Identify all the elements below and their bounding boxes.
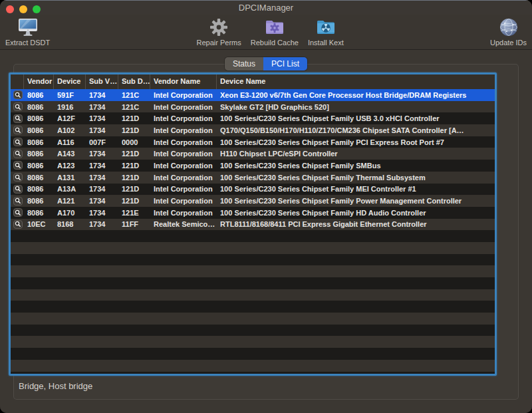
toolbar-item-extract-dsdt[interactable]: Extract DSDT [5, 15, 50, 49]
cell-sub-vendor: 1734 [86, 174, 118, 182]
cell-vendor: 8086 [24, 103, 54, 111]
cell-device-name: 100 Series/C230 Series Chipset Family ME… [217, 185, 495, 193]
cell-sub-vendor: 1734 [86, 220, 118, 228]
cell-sub-vendor: 1734 [86, 114, 118, 122]
cell-sub-device: 11FF [118, 220, 150, 228]
column-header[interactable]: Device Name [217, 74, 495, 89]
cell-vendor-name: Intel Corporation [150, 126, 217, 134]
cell-vendor: 8086 [24, 174, 54, 182]
title-bar: DPCIManager [0, 0, 532, 15]
pci-device-icon [11, 114, 24, 123]
selection-description: Bridge, Host bridge [19, 381, 92, 391]
cell-vendor: 8086 [24, 209, 54, 217]
column-header[interactable]: Vendor [24, 74, 54, 89]
cell-sub-device: 121D [118, 162, 150, 170]
tab-status[interactable]: Status [225, 57, 263, 70]
cell-sub-device: 121C [118, 103, 150, 111]
cell-device: A116 [54, 138, 86, 146]
cell-device: A143 [54, 150, 86, 158]
cell-vendor: 8086 [24, 114, 54, 122]
table-row[interactable]: 8086A12F1734121DIntel Corporation100 Ser… [11, 112, 495, 124]
toolbar-item-update-ids[interactable]: Update IDs [490, 15, 527, 49]
cell-sub-device: 121D [118, 150, 150, 158]
table-row[interactable]: 8086591F1734121CIntel CorporationXeon E3… [11, 89, 495, 101]
cell-sub-device: 121D [118, 126, 150, 134]
table-row[interactable]: 10EC8168173411FFRealtek Semico…RTL8111/8… [11, 219, 495, 231]
table-row[interactable]: 8086A1311734121DIntel Corporation100 Ser… [11, 172, 495, 184]
column-header[interactable]: Sub V… [86, 74, 118, 89]
table-row[interactable]: 8086A1231734121DIntel Corporation100 Ser… [11, 160, 495, 172]
cell-device-name: Xeon E3-1200 v6/7th Gen Core Processor H… [217, 91, 495, 99]
empty-row [11, 372, 495, 374]
cell-vendor: 8086 [24, 138, 54, 146]
cell-sub-device: 121C [118, 91, 150, 99]
empty-row [11, 277, 495, 289]
folder-gear-icon [264, 17, 285, 38]
cell-device: A102 [54, 126, 86, 134]
cell-sub-vendor: 1734 [86, 197, 118, 205]
toolbar-item-label: Repair Perms [197, 39, 241, 47]
empty-row [11, 325, 495, 337]
cell-device: A13A [54, 185, 86, 193]
cell-vendor-name: Intel Corporation [150, 162, 217, 170]
folder-kext-icon [315, 17, 336, 38]
empty-row [11, 313, 495, 325]
window-title: DPCIManager [0, 3, 532, 13]
toolbar-spacer [50, 15, 196, 49]
cell-vendor: 8086 [24, 91, 54, 99]
table-row[interactable]: 808619161734121CIntel CorporationSkylake… [11, 101, 495, 113]
cell-vendor: 8086 [24, 162, 54, 170]
cell-vendor-name: Intel Corporation [150, 103, 217, 111]
table-row[interactable]: 8086A13A1734121DIntel Corporation100 Ser… [11, 184, 495, 196]
pci-device-icon [11, 102, 24, 111]
cell-vendor: 8086 [24, 150, 54, 158]
toolbar-item-label: Update IDs [490, 39, 527, 47]
toolbar-item-install-kext[interactable]: Install Kext [308, 15, 344, 49]
toolbar-item-repair-perms[interactable]: Repair Perms [197, 15, 241, 49]
pci-device-icon [11, 138, 24, 146]
cell-device: A170 [54, 209, 86, 217]
cell-vendor-name: Intel Corporation [150, 197, 217, 205]
cell-vendor: 8086 [24, 126, 54, 134]
cell-sub-device: 121E [118, 209, 150, 217]
cell-sub-device: 121D [118, 174, 150, 182]
cell-sub-vendor: 1734 [86, 126, 118, 134]
cell-device: A12F [54, 114, 86, 122]
column-header[interactable]: Vendor Name [150, 74, 217, 89]
table-row[interactable]: 8086A116007F0000Intel Corporation100 Ser… [11, 136, 495, 148]
tab-pci-list[interactable]: PCI List [263, 57, 307, 70]
cell-device: A131 [54, 174, 86, 182]
content-area: Status PCI List VendorDeviceSub V…Sub D…… [0, 50, 532, 413]
column-header[interactable]: Device [54, 74, 86, 89]
app-window: DPCIManager Extra [0, 0, 532, 413]
empty-row [11, 336, 495, 348]
cell-vendor-name: Intel Corporation [150, 138, 217, 146]
cell-device: 591F [54, 91, 86, 99]
cell-sub-vendor: 1734 [86, 91, 118, 99]
empty-row [11, 265, 495, 277]
column-header[interactable]: Sub D… [118, 74, 150, 89]
pci-table: VendorDeviceSub V…Sub D…Vendor NameDevic… [9, 72, 497, 376]
pci-device-icon [11, 185, 24, 194]
toolbar-item-label: Extract DSDT [5, 39, 50, 47]
table-row[interactable]: 8086A1701734121EIntel Corporation100 Ser… [11, 207, 495, 219]
cell-device: 8168 [54, 220, 86, 228]
cell-sub-device: 121D [118, 114, 150, 122]
cell-device-name: 100 Series/C230 Series Chipset Family SM… [217, 162, 495, 170]
pci-device-icon [11, 126, 24, 134]
imac-icon [17, 17, 39, 38]
pci-table-header: VendorDeviceSub V…Sub D…Vendor NameDevic… [11, 74, 495, 89]
cell-device-name: 100 Series/C230 Series Chipset Family HD… [217, 209, 495, 217]
column-header[interactable] [11, 74, 24, 89]
cell-device-name: 100 Series/C230 Series Chipset Family Po… [217, 197, 495, 205]
cell-device: A123 [54, 162, 86, 170]
cell-vendor-name: Intel Corporation [150, 150, 217, 158]
table-row[interactable]: 8086A1431734121DIntel CorporationH110 Ch… [11, 148, 495, 160]
cell-device-name: 100 Series/C230 Series Chipset Family US… [217, 114, 495, 122]
cell-vendor-name: Intel Corporation [150, 91, 217, 99]
table-row[interactable]: 8086A1211734121DIntel Corporation100 Ser… [11, 195, 495, 207]
toolbar-item-label: Rebuild Cache [251, 39, 299, 47]
table-row[interactable]: 8086A1021734121DIntel CorporationQ170/Q1… [11, 124, 495, 136]
toolbar-item-rebuild-cache[interactable]: Rebuild Cache [251, 15, 299, 49]
toolbar-spacer [344, 15, 490, 49]
